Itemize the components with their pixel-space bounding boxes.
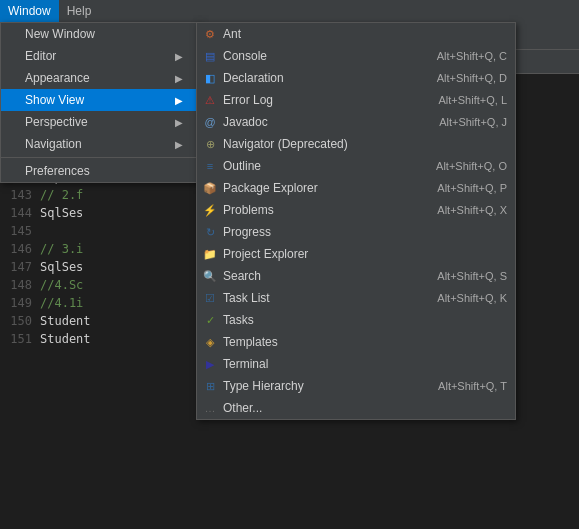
project-explorer-icon: 📁 [201,246,219,262]
errorlog-icon: ⚠ [201,92,219,108]
showview-tasklist[interactable]: ☑ Task List Alt+Shift+Q, K [197,287,515,309]
showview-outline[interactable]: ≡ Outline Alt+Shift+Q, O [197,155,515,177]
menu-editor[interactable]: Editor ▶ [1,45,199,67]
arrow-icon: ▶ [175,139,183,150]
declaration-icon: ◧ [201,70,219,86]
tasks-icon: ✓ [201,312,219,328]
tasklist-icon: ☑ [201,290,219,306]
showview-progress[interactable]: ↻ Progress [197,221,515,243]
menu-appearance[interactable]: Appearance ▶ [1,67,199,89]
menu-new-window[interactable]: New Window [1,23,199,45]
showview-package-explorer[interactable]: 📦 Package Explorer Alt+Shift+Q, P [197,177,515,199]
showview-other[interactable]: … Other... [197,397,515,419]
ant-icon: ⚙ [201,26,219,42]
arrow-icon: ▶ [175,73,183,84]
showview-tasks[interactable]: ✓ Tasks [197,309,515,331]
showview-errorlog[interactable]: ⚠ Error Log Alt+Shift+Q, L [197,89,515,111]
menubar-help[interactable]: Help [59,0,100,22]
type-hierarchy-icon: ⊞ [201,378,219,394]
menu-show-view[interactable]: Show View ▶ [1,89,199,111]
menubar-window[interactable]: Window [0,0,59,22]
other-icon: … [201,400,219,416]
showview-project-explorer[interactable]: 📁 Project Explorer [197,243,515,265]
console-icon: ▤ [201,48,219,64]
showview-templates[interactable]: ◈ Templates [197,331,515,353]
navigator-icon: ⊕ [201,136,219,152]
menu-separator [1,157,199,158]
arrow-icon: ▶ [175,117,183,128]
menu-preferences[interactable]: Preferences [1,160,199,182]
showview-menu: ⚙ Ant ▤ Console Alt+Shift+Q, C ◧ Declara… [196,22,516,420]
outline-icon: ≡ [201,158,219,174]
menubar: Window Help [0,0,579,22]
showview-declaration[interactable]: ◧ Declaration Alt+Shift+Q, D [197,67,515,89]
showview-search[interactable]: 🔍 Search Alt+Shift+Q, S [197,265,515,287]
showview-type-hierarchy[interactable]: ⊞ Type Hierarchy Alt+Shift+Q, T [197,375,515,397]
showview-ant[interactable]: ⚙ Ant [197,23,515,45]
problems-icon: ⚡ [201,202,219,218]
menu-perspective[interactable]: Perspective ▶ [1,111,199,133]
search-icon: 🔍 [201,268,219,284]
showview-javadoc[interactable]: @ Javadoc Alt+Shift+Q, J [197,111,515,133]
arrow-icon: ▶ [175,51,183,62]
showview-navigator[interactable]: ⊕ Navigator (Deprecated) [197,133,515,155]
progress-icon: ↻ [201,224,219,240]
showview-problems[interactable]: ⚡ Problems Alt+Shift+Q, X [197,199,515,221]
showview-console[interactable]: ▤ Console Alt+Shift+Q, C [197,45,515,67]
templates-icon: ◈ [201,334,219,350]
window-menu: New Window Editor ▶ Appearance ▶ Show Vi… [0,22,200,183]
package-explorer-icon: 📦 [201,180,219,196]
terminal-icon: ▶ [201,356,219,372]
javadoc-icon: @ [201,114,219,130]
menu-navigation[interactable]: Navigation ▶ [1,133,199,155]
arrow-icon: ▶ [175,95,183,106]
showview-terminal[interactable]: ▶ Terminal [197,353,515,375]
